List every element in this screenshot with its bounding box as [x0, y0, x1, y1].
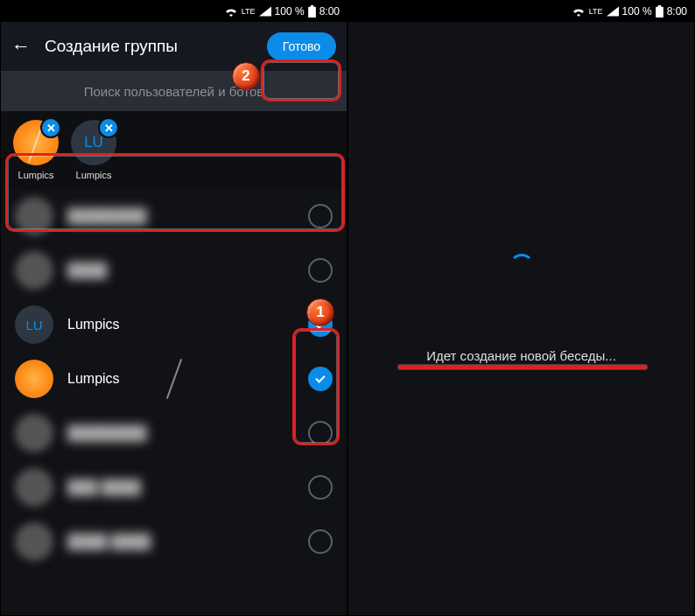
search-input[interactable]: Поиск пользователей и ботов [1, 71, 347, 111]
remove-chip-icon[interactable]: ✕ [40, 117, 61, 138]
battery-label: 100 % [275, 5, 305, 18]
contact-row[interactable]: ████████ [1, 189, 347, 243]
avatar-lu-icon: LU [15, 305, 53, 344]
phone-left: LTE 100 % 8:00 ← Создание группы Готово … [0, 0, 348, 616]
status-bar: LTE 100 % 8:00 [1, 1, 347, 22]
contact-row[interactable]: ████ [1, 243, 347, 298]
avatar-icon [15, 251, 53, 290]
avatar-icon [15, 468, 53, 507]
contact-row[interactable]: ███ ████ [1, 460, 347, 514]
checkbox[interactable] [308, 529, 333, 554]
contact-name: ████████ [67, 425, 294, 441]
contact-name: ████████ [67, 208, 294, 224]
contact-name: ███ ████ [67, 480, 294, 495]
avatar-orange-icon [15, 360, 53, 398]
remove-chip-icon[interactable]: ✕ [98, 117, 119, 138]
contact-name: Lumpics [67, 317, 294, 332]
checkbox-checked[interactable] [308, 312, 333, 337]
battery-icon [308, 5, 316, 18]
avatar-icon [15, 197, 53, 235]
phone-right: LTE 100 % 8:00 Идет создание новой бесед… [348, 0, 695, 616]
page-title: Создание группы [45, 37, 253, 56]
chip-lumpics-1[interactable]: ✕ Lumpics [13, 120, 59, 180]
checkbox[interactable] [308, 204, 333, 228]
chip-label: Lumpics [18, 170, 54, 180]
selected-chips: ✕ Lumpics LU ✕ Lumpics [1, 111, 347, 189]
checkbox[interactable] [308, 258, 333, 283]
contact-row[interactable]: LU Lumpics [1, 298, 347, 352]
contact-name: ████ ████ [67, 534, 294, 550]
contact-row[interactable]: ████████ [1, 406, 347, 460]
lte-label: LTE [242, 7, 256, 16]
signal-icon [259, 6, 271, 17]
back-icon[interactable]: ← [11, 35, 31, 58]
contact-list: ████████ ████ LU Lumpics Lumpics ███████… [1, 189, 347, 569]
avatar-icon [15, 414, 53, 452]
loading-text: Идет создание новой беседы... [426, 348, 616, 363]
wifi-icon [224, 6, 238, 17]
checkbox[interactable] [308, 421, 333, 445]
highlight-underline [398, 365, 647, 369]
contact-name: ████ [67, 262, 294, 278]
checkbox[interactable] [308, 475, 333, 500]
contact-row[interactable]: Lumpics [1, 352, 347, 406]
avatar-icon [15, 522, 53, 561]
done-button[interactable]: Готово [267, 32, 336, 60]
chip-lumpics-2[interactable]: LU ✕ Lumpics [71, 120, 116, 180]
time-label: 8:00 [319, 5, 340, 18]
loading-screen: Идет создание новой беседы... [348, 1, 694, 615]
checkbox-checked[interactable] [308, 367, 333, 391]
spinner-icon [509, 254, 534, 278]
contact-row[interactable]: ████ ████ [1, 514, 347, 569]
header: ← Создание группы Готово [1, 22, 347, 71]
contact-name: Lumpics [67, 371, 294, 387]
chip-label: Lumpics [76, 170, 112, 180]
